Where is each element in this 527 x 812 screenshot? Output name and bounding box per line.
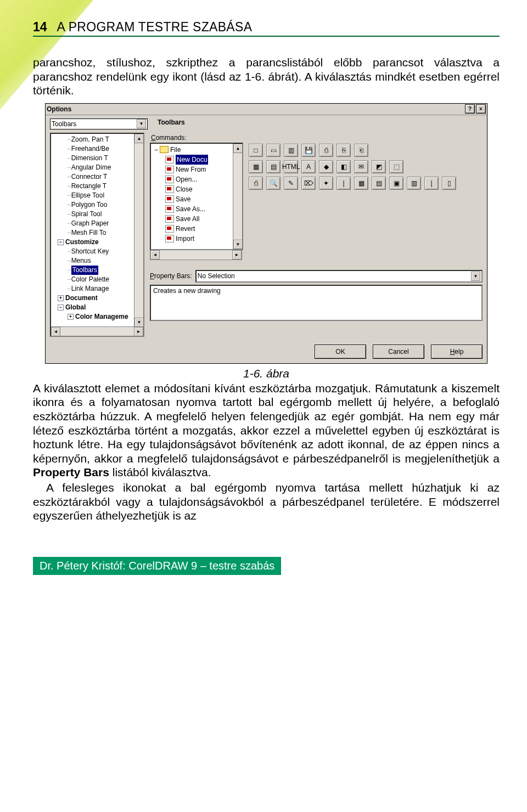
command-tree-item[interactable]: −File	[152, 145, 241, 155]
tree-item[interactable]: ┈ Menus	[53, 256, 142, 266]
command-tree-item[interactable]: Save As...	[152, 204, 241, 214]
chevron-down-icon[interactable]: ▼	[471, 272, 480, 281]
toolbar-icon-button[interactable]: ▦	[249, 160, 263, 173]
commands-tree[interactable]: −FileNew DocuNew FromOpen...CloseSaveSav…	[150, 143, 243, 250]
tree-item[interactable]: ┈ Graph Paper	[53, 219, 142, 228]
scroll-right-icon[interactable]: ►	[232, 250, 242, 260]
command-tree-item[interactable]: Revert	[152, 224, 241, 234]
chevron-down-icon[interactable]: ▼	[137, 119, 146, 128]
tree-item[interactable]: −Global	[53, 303, 142, 312]
close-icon[interactable]: ×	[476, 104, 486, 114]
page: 14 A PROGRAM TESTRE SZABÁSA parancshoz, …	[0, 0, 527, 586]
command-icon	[165, 215, 174, 223]
toolbar-icon-button[interactable]: ◧	[337, 160, 351, 173]
scroll-down-icon[interactable]: ▼	[134, 318, 144, 327]
toolbar-icon-button[interactable]: 💾	[301, 144, 316, 157]
command-icon	[165, 185, 174, 193]
toolbar-icon-button[interactable]: ⎙	[249, 177, 263, 190]
toolbar-icon-button[interactable]: ⎙	[319, 144, 333, 157]
cancel-button[interactable]: Cancel	[373, 345, 424, 359]
toolbar-icon-button[interactable]: ⎘	[337, 144, 351, 157]
help-icon[interactable]: ?	[465, 104, 475, 114]
tree-item[interactable]: ┈ Freehand/Be	[53, 144, 142, 154]
property-bars-value: No Selection	[198, 272, 235, 280]
tree-item[interactable]: ┈ Ellipse Tool	[53, 191, 142, 200]
category-tree[interactable]: ┈ Zoom, Pan T┈ Freehand/Be┈ Dimension T┈…	[50, 133, 144, 337]
paragraph-3: A felesleges ikonokat a bal egérgomb nyo…	[33, 481, 500, 523]
scroll-up-icon[interactable]: ▲	[134, 134, 144, 143]
horizontal-scrollbar[interactable]: ◄ ►	[51, 326, 143, 336]
tree-item[interactable]: ┈ Mesh Fill To	[53, 228, 142, 238]
toolbar-icon-button[interactable]: ▦	[354, 177, 368, 190]
figure-caption: 1-6. ábra	[33, 367, 500, 380]
command-icon	[165, 225, 174, 233]
toolbar-icon-button[interactable]: ◩	[372, 160, 386, 173]
command-tree-item[interactable]: Close	[152, 184, 241, 194]
command-tree-item[interactable]: Import	[152, 234, 241, 244]
ok-button[interactable]: OK	[315, 345, 366, 359]
command-tree-item[interactable]: New From	[152, 165, 241, 174]
toolbar-icon-button[interactable]: □	[249, 144, 263, 157]
chapter-title: A PROGRAM TESTRE SZABÁSA	[57, 20, 253, 35]
toolbar-icon-button[interactable]: ▥	[284, 144, 298, 157]
page-header: 14 A PROGRAM TESTRE SZABÁSA	[33, 20, 500, 37]
property-bars-combo[interactable]: No Selection ▼	[195, 270, 483, 283]
tree-item[interactable]: +Document	[53, 294, 142, 303]
tree-item[interactable]: ┈ Polygon Too	[53, 200, 142, 210]
toolbar-icon-button[interactable]: ▤	[266, 160, 281, 173]
toolbar-icon-button[interactable]: ⎗	[354, 144, 368, 157]
toolbar-icon-button[interactable]: ▤	[372, 177, 386, 190]
vertical-scrollbar[interactable]: ▲ ▼	[233, 144, 242, 249]
tree-item[interactable]: ┈ Link Manage	[53, 284, 142, 294]
toolbar-icon-button[interactable]: ✎	[284, 177, 298, 190]
toolbar-icon-button[interactable]: ⬚	[389, 160, 403, 173]
paragraph-2: A kiválasztott elemet a módosítani kíván…	[33, 381, 500, 480]
command-icon	[165, 166, 174, 173]
toolbar-icon-button[interactable]: ⌦	[301, 177, 316, 190]
horizontal-scrollbar[interactable]: ◄ ►	[150, 250, 242, 260]
toolbar-icon-button[interactable]: ▯	[442, 177, 456, 190]
command-tree-item[interactable]: Save All	[152, 214, 241, 224]
description-box: Creates a new drawing	[150, 285, 483, 321]
help-button[interactable]: Help	[431, 345, 483, 359]
toolbar-icon-button[interactable]: 🔍	[266, 177, 281, 190]
toolbar-icon-button[interactable]: HTML	[284, 160, 298, 173]
scroll-up-icon[interactable]: ▲	[233, 144, 243, 153]
scroll-left-icon[interactable]: ◄	[150, 250, 160, 260]
tree-item[interactable]: ┈ Toolbars	[53, 266, 142, 275]
vertical-scrollbar[interactable]: ▲ ▼	[134, 134, 143, 327]
body-text: parancshoz, stílushoz, szkripthez a para…	[33, 55, 500, 98]
toolbar-icon-button[interactable]: ▣	[389, 177, 403, 190]
command-icon	[165, 156, 174, 163]
dialog-title: Options	[47, 105, 71, 113]
scroll-left-icon[interactable]: ◄	[51, 327, 60, 336]
tree-item[interactable]: ┈ Connector T	[53, 172, 142, 182]
category-combo[interactable]: Toolbars ▼	[50, 119, 148, 129]
tree-item[interactable]: +Color Manageme	[53, 312, 142, 322]
toolbar-icon-button[interactable]: ✉	[354, 160, 368, 173]
toolbar-icon-button[interactable]: ▥	[407, 177, 421, 190]
right-panel: CCommands:ommands: −FileNew DocuNew From…	[150, 133, 483, 337]
toolbar-icon-button[interactable]: ▭	[266, 144, 281, 157]
toolbar-icon-button[interactable]: A	[301, 160, 316, 173]
tree-item[interactable]: ┈ Angular Dime	[53, 163, 142, 172]
panel-title: Toolbars	[158, 119, 185, 129]
command-tree-item[interactable]: Save	[152, 194, 241, 204]
scroll-right-icon[interactable]: ►	[134, 327, 143, 336]
tree-item[interactable]: ┈ Zoom, Pan T	[53, 135, 142, 144]
tree-item[interactable]: ┈ Color Palette	[53, 275, 142, 284]
toolbar-icon-button[interactable]: |	[337, 177, 351, 190]
dialog-top-row: Toolbars ▼ Toolbars	[50, 119, 483, 129]
scroll-down-icon[interactable]: ▼	[233, 240, 243, 249]
command-tree-item[interactable]: New Docu	[152, 155, 241, 165]
command-tree-item[interactable]: Open...	[152, 174, 241, 184]
body-text-2: A kiválasztott elemet a módosítani kíván…	[33, 381, 500, 523]
tree-item[interactable]: ┈ Rectangle T	[53, 182, 142, 191]
tree-item[interactable]: ┈ Spiral Tool	[53, 210, 142, 219]
toolbar-icon-button[interactable]: |	[424, 177, 439, 190]
tree-item[interactable]: ┈ Dimension T	[53, 154, 142, 163]
toolbar-icon-button[interactable]: ✦	[319, 177, 333, 190]
tree-item[interactable]: ┈ Shortcut Key	[53, 247, 142, 256]
tree-item[interactable]: −Customize	[53, 238, 142, 247]
toolbar-icon-button[interactable]: ◆	[319, 160, 333, 173]
